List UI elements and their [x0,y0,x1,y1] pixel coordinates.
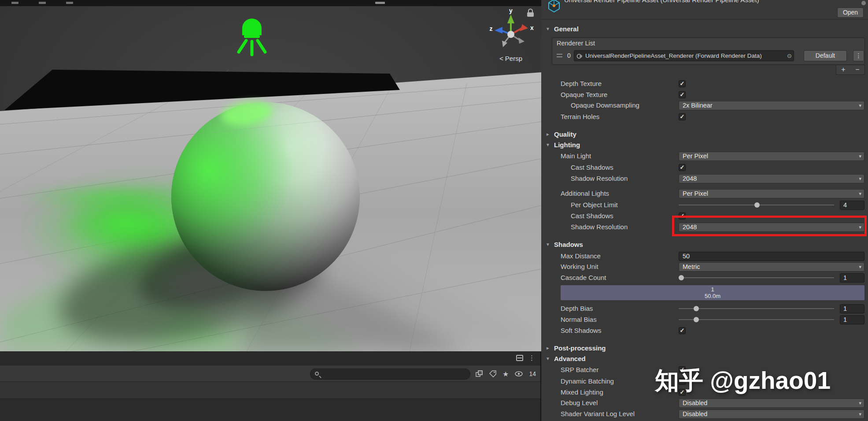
opaque-texture-checkbox[interactable]: ✓ [679,91,686,98]
inspector-panel: Universal Render Pipeline Asset (Univers… [541,0,868,421]
cascade-count-slider[interactable] [679,272,834,283]
shadow-resolution-additional-dropdown[interactable]: 2048 ▾ [679,223,864,232]
normal-bias-slider[interactable] [679,314,834,325]
object-picker-icon[interactable]: ⊙ [787,51,792,61]
watermark-text: 知乎 @gzhao01 [655,365,831,397]
foldout-arrow-icon[interactable]: ▼ [546,140,550,150]
field-additional-lights: Additional Lights Per Pixel ▾ [541,188,868,199]
depth-texture-checkbox[interactable]: ✓ [679,80,686,87]
field-label: Debug Level [561,398,598,408]
field-label: Shadow Resolution [571,222,628,232]
field-main-light: Main Light Per Pixel ▾ [541,151,868,161]
section-lighting[interactable]: ▼ Lighting [541,140,868,150]
help-icon[interactable] [861,1,866,5]
layers-icon[interactable] [475,370,483,378]
opaque-downsampling-dropdown[interactable]: 2x Bilinear ▾ [679,101,864,110]
chevron-down-icon: ▾ [859,175,861,183]
tab-fragment [375,2,385,4]
shadow-resolution-dropdown[interactable]: 2048 ▾ [679,174,864,183]
field-cast-shadows-main: Cast Shadows ✓ [541,162,868,173]
field-label: SRP Batcher [561,365,598,375]
visible-object-count: 14 [529,370,536,377]
slider-knob[interactable] [679,275,684,280]
field-shadow-resolution-additional: Shadow Resolution 2048 ▾ [541,222,868,232]
slider-knob[interactable] [694,306,699,311]
visibility-eye-icon[interactable] [514,371,523,377]
terrain-holes-checkbox[interactable]: ✓ [679,113,686,120]
perspective-toggle[interactable]: < Persp [482,55,539,62]
section-label: General [554,24,579,34]
section-post-processing[interactable]: ► Post-processing [541,343,868,354]
field-label: Additional Lights [561,188,609,199]
slider-knob[interactable] [694,317,699,322]
soft-shadows-checkbox[interactable]: ✓ [679,327,686,334]
depth-bias-value[interactable]: 1 [840,304,864,313]
working-unit-dropdown[interactable]: Metric ▾ [679,262,864,272]
field-label: Mixed Lighting [561,387,603,398]
cast-shadows-checkbox[interactable]: ✓ [679,164,686,171]
slider-knob[interactable] [754,202,760,208]
drag-handle-icon[interactable] [557,54,562,57]
foldout-arrow-icon[interactable]: ▼ [546,239,550,250]
cast-shadows-checkbox[interactable]: ✓ [679,212,686,220]
search-box[interactable] [310,369,470,380]
foldout-arrow-icon[interactable]: ► [546,129,550,140]
foldout-arrow-icon[interactable]: ▼ [546,24,550,34]
dropdown-value: 2x Bilinear [683,101,713,110]
cascade-count-value[interactable]: 1 [840,273,864,283]
add-renderer-button[interactable]: + [836,65,850,75]
depth-bias-slider[interactable] [679,303,834,314]
lower-panel-body [0,399,540,421]
section-general[interactable]: ▼ General [541,24,868,34]
cascade-split-bar[interactable]: 1 50.0m [561,285,864,300]
unity-editor-window: y x z < Persp ⋮ [0,0,868,421]
display-icon[interactable] [516,355,523,361]
foldout-arrow-icon[interactable]: ► [546,343,550,354]
hierarchy-toolbar: ★ 14 [0,365,540,382]
search-input[interactable] [323,369,466,379]
open-button[interactable]: Open [837,7,864,18]
debug-level-dropdown[interactable]: Disabled ▾ [679,399,864,408]
per-object-limit-value[interactable]: 4 [840,201,864,210]
field-depth-bias: Depth Bias 1 [541,303,868,314]
max-distance-field[interactable]: 50 [679,252,864,261]
normal-bias-value[interactable]: 1 [840,315,864,324]
favorites-star-icon[interactable]: ★ [502,370,509,378]
y-axis-label: y [509,7,513,14]
slider-track [679,277,834,278]
renderer-menu-icon[interactable]: ⋮ [853,50,864,61]
shader-variant-log-level-dropdown[interactable]: Disabled ▾ [679,410,864,419]
renderer-list-item[interactable]: 0 UniversalRenderPipelineAsset_Renderer … [554,50,863,62]
field-label: Depth Texture [561,78,602,89]
tag-icon[interactable] [489,370,497,378]
default-button[interactable]: Default [804,50,847,61]
field-label: Shadow Resolution [571,173,628,184]
section-advanced[interactable]: ▼ Advanced [541,354,868,364]
more-options-icon[interactable]: ⋮ [528,354,535,362]
tab-fragment [11,2,18,4]
chevron-down-icon: ▾ [859,190,861,198]
renderer-index: 0 [567,50,571,62]
main-light-dropdown[interactable]: Per Pixel ▾ [679,152,864,161]
search-icon [315,372,319,376]
scene-viewport[interactable]: y x z [0,6,541,351]
dropdown-value: Per Pixel [683,152,708,160]
foldout-arrow-icon[interactable]: ▼ [546,354,550,364]
additional-lights-dropdown[interactable]: Per Pixel ▾ [679,189,864,198]
field-label: Dynamic Batching [561,376,614,387]
per-object-limit-slider[interactable] [679,200,834,210]
dropdown-value: 2048 [683,175,697,183]
section-quality[interactable]: ► Quality [541,129,868,140]
inspector-title: Universal Render Pipeline Asset (Univers… [564,0,759,4]
section-label: Quality [554,129,576,140]
field-cast-shadows-additional: Cast Shadows ✓ [541,211,868,221]
chevron-down-icon: ▾ [859,101,861,110]
field-label: Main Light [561,151,591,161]
renderer-object-field[interactable]: UniversalRenderPipelineAsset_Renderer (F… [574,50,794,61]
gizmo-center[interactable] [507,31,514,38]
chevron-down-icon: ▾ [859,223,861,231]
remove-renderer-button[interactable]: − [850,65,864,75]
scene-view[interactable]: y x z < Persp ⋮ [0,0,541,421]
section-shadows[interactable]: ▼ Shadows [541,239,868,250]
lower-panel-header [0,382,540,399]
